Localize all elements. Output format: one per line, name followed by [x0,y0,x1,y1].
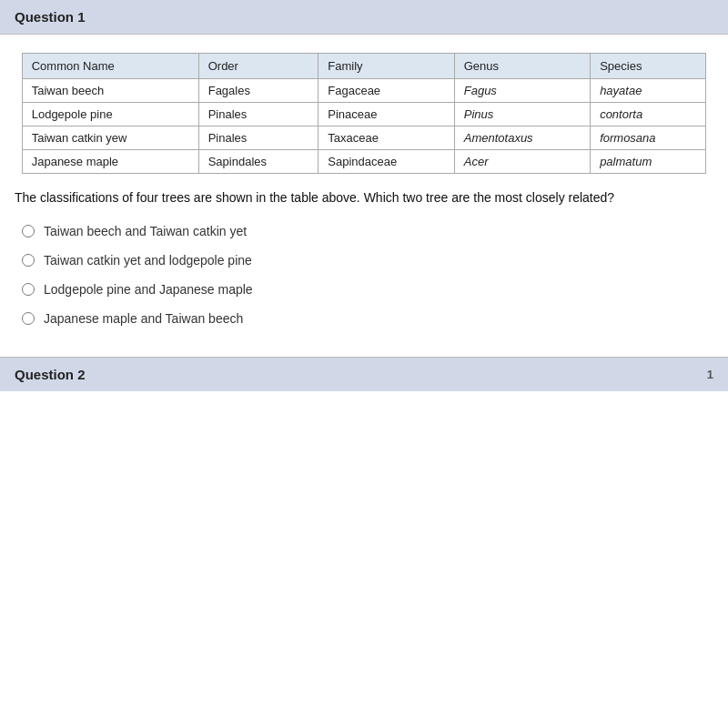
option-3[interactable]: Lodgepole pine and Japanese maple [22,282,713,297]
table-col-header: Species [591,54,706,79]
question1-body: Common NameOrderFamilyGenusSpecies Taiwa… [0,35,728,357]
table-cell: Lodgepole pine [22,103,198,126]
table-cell: Taiwan catkin yew [22,126,198,150]
table-row: Taiwan beechFagalesFagaceaeFagushayatae [22,79,706,103]
option-4[interactable]: Japanese maple and Taiwan beech [22,311,713,326]
option-3-label: Lodgepole pine and Japanese maple [44,282,253,297]
page-number: 1 [707,368,713,381]
table-cell: Fagaceae [318,79,454,103]
question1-header: Question 1 [0,0,728,35]
table-row: Taiwan catkin yewPinalesTaxaceaeAmentota… [22,126,706,150]
question2-label: Question 2 [15,367,86,382]
table-col-header: Family [318,54,454,79]
classification-table: Common NameOrderFamilyGenusSpecies Taiwa… [22,53,707,174]
table-cell: Japanese maple [22,150,198,174]
option-1[interactable]: Taiwan beech and Taiwan catkin yet [22,224,713,238]
radio-1[interactable] [22,225,35,238]
answer-options: Taiwan beech and Taiwan catkin yet Taiwa… [15,224,713,326]
table-cell: Sapindaceae [318,150,454,174]
table-cell: Acer [454,150,590,174]
table-cell: formosana [591,126,706,150]
table-cell: contorta [591,103,706,126]
radio-3[interactable] [22,283,35,296]
table-cell: Fagus [454,79,590,103]
radio-2[interactable] [22,254,35,267]
option-4-label: Japanese maple and Taiwan beech [44,311,243,326]
option-2[interactable]: Taiwan catkin yet and lodgepole pine [22,253,713,268]
option-1-label: Taiwan beech and Taiwan catkin yet [44,224,247,238]
table-col-header: Common Name [22,54,198,79]
table-cell: Fagales [198,79,318,103]
option-2-label: Taiwan catkin yet and lodgepole pine [44,253,252,268]
table-cell: Pinaceae [318,103,454,126]
table-cell: Sapindales [198,150,318,174]
table-cell: Pinales [198,126,318,150]
table-cell: Taxaceae [318,126,454,150]
table-cell: Pinales [198,103,318,126]
table-cell: Taiwan beech [22,79,198,103]
table-col-header: Order [198,54,318,79]
table-col-header: Genus [454,54,590,79]
table-row: Japanese mapleSapindalesSapindaceaeAcerp… [22,150,706,174]
table-row: Lodgepole pinePinalesPinaceaePinuscontor… [22,103,706,126]
table-cell: palmatum [591,150,706,174]
question-text: The classifications of four trees are sh… [15,188,713,207]
table-cell: Amentotaxus [454,126,590,150]
table-cell: hayatae [591,79,706,103]
radio-4[interactable] [22,312,35,325]
table-cell: Pinus [454,103,590,126]
question2-header: Question 2 1 [0,357,728,391]
